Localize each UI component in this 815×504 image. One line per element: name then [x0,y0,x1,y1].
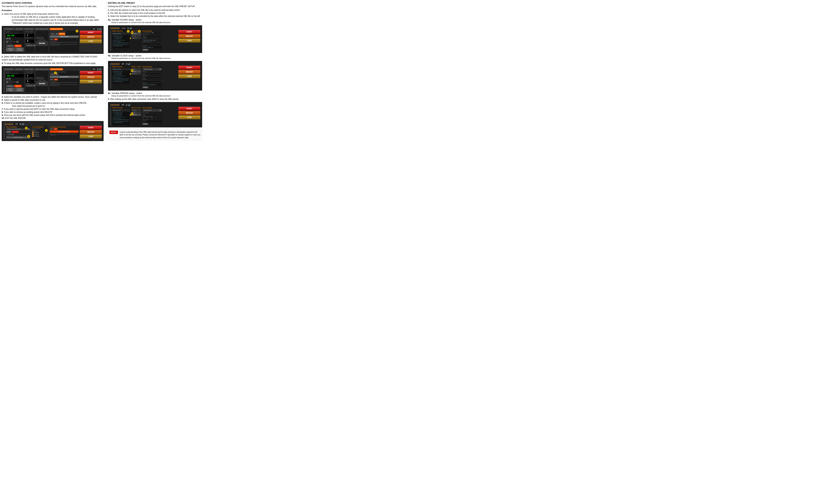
long-btn-c[interactable]: LONG [178,115,200,119]
reset-time-btn-1[interactable]: RESET TIME [6,47,15,52]
count-plus-2[interactable]: + [16,81,19,83]
off-btn-2[interactable]: OFF [54,79,58,80]
long-btn-2[interactable]: LONG [80,80,102,83]
tab-timing-options-2[interactable]: TIMING OPTIONS [50,68,63,70]
filename-input-c[interactable] [112,109,130,111]
period-checkbox[interactable] [32,135,34,137]
save-btn-c[interactable]: SAVE [142,123,148,125]
create-new-btn[interactable]: CREATE NEW [6,136,30,139]
icon-settings-2[interactable]: ⚙ [97,68,99,70]
score-dropdown-1[interactable]: standard [26,44,36,47]
separator-field-a[interactable] [142,43,162,45]
medium-btn-2[interactable]: MEDIUM [80,75,102,79]
medium-btn-c[interactable]: MEDIUM [178,111,200,115]
apply-btn-2[interactable]: APPLY [14,85,21,87]
tab-new-timer-score[interactable]: NEW TIMER/SCORE [35,28,49,30]
show-btn-2[interactable]: SHOW [36,81,48,86]
all-checkbox[interactable] [32,130,34,131]
reset-time-btn-2[interactable]: RESET TIME [6,88,15,92]
tab-timing-options[interactable]: TIMING OPTIONS [50,28,63,30]
filename-input-a[interactable] [112,33,130,35]
short-btn-3[interactable]: SHORT [80,126,102,130]
tab-new-crawl-2[interactable]: NEW CRAWL [24,68,34,70]
short-btn-a[interactable]: SHORT [178,30,200,34]
xml-editor-btn-2[interactable]: XML EDITOR [50,76,78,78]
off-btn-3[interactable]: OFF [54,128,58,130]
icon-volume-3[interactable]: 🔊 [22,123,24,125]
reset-score-btn-2[interactable]: RESET SCORE [15,88,24,92]
short-btn-b[interactable]: SHORT [178,66,200,70]
score-select-c[interactable]: SCORE [131,109,141,111]
icon-volume[interactable]: 🔊 [99,28,102,30]
icon-volume-a[interactable]: 🔊 [129,27,132,29]
data-field-1-c[interactable] [142,117,147,119]
tab-new-timer-score-2[interactable]: NEW TIMER/SCORE [35,68,49,70]
tab-cg-project[interactable]: CG PROJECT [4,28,14,30]
on-btn-2[interactable]: ON [50,79,53,80]
data-field-3-c[interactable] [152,117,156,119]
long-btn-b[interactable]: LONG [178,74,200,78]
icon-settings-b[interactable]: ⚙ [126,63,127,65]
score-dropdown-2[interactable]: standard [26,84,36,87]
medium-btn-3[interactable]: MEDIUM [80,130,102,134]
cancel-btn-1[interactable]: CANCEL [6,45,14,47]
on-btn-3[interactable]: ON [50,128,53,130]
icon-settings-3[interactable]: ⚙ [20,123,21,125]
medium-btn-a[interactable]: MEDIUM [178,34,200,38]
period-select-b[interactable]: PERIOD [131,73,141,75]
xml-source-dropdown[interactable]: XML [50,33,58,35]
icon-settings-c[interactable]: ⚙ [126,104,127,106]
minutes-field-b[interactable] [142,73,162,75]
save-btn-a[interactable]: SAVE [142,49,148,51]
local-football-input[interactable] [6,133,30,136]
long-btn-a[interactable]: LONG [178,39,200,43]
medium-btn-b[interactable]: MEDIUM [178,70,200,74]
clock-checkbox[interactable] [32,133,34,135]
long-btn-1[interactable]: LONG [80,39,102,43]
clock-minus[interactable]: − [6,38,8,39]
seconds-field-b[interactable] [142,77,162,79]
format-field-a[interactable] [142,39,162,41]
icon-settings[interactable]: ⚙ [97,28,99,30]
count-minus[interactable]: − [6,41,8,43]
short-btn-2[interactable]: SHORT [80,71,102,75]
clock-plus[interactable]: + [9,38,11,39]
exit-xml-editor-btn[interactable]: EXIT XML EDITOR [50,130,78,133]
input-field-c[interactable] [142,114,162,116]
long-btn-3[interactable]: LONG [80,135,102,138]
score-checkbox[interactable] [32,132,34,133]
apply-btn-1[interactable]: APPLY [14,45,21,47]
count-plus[interactable]: + [16,41,19,43]
score-select-a[interactable]: SCORE 4a [131,32,141,35]
show-btn-1[interactable]: SHOW [36,41,48,46]
save-btn-b[interactable]: SAVE [142,86,148,88]
clock-plus-2[interactable]: + [9,78,11,80]
fixed-amount-dropdown[interactable]: fixed amount [142,109,162,112]
clock-select-b[interactable]: CLOCK 4b [131,70,141,73]
short-btn-1[interactable]: SHORT [80,31,102,35]
icon-volume-b[interactable]: 🔊 [128,63,131,65]
different-fields-dropdown[interactable]: different fields [142,68,162,71]
off-btn-1[interactable]: OFF [54,38,58,40]
period-input-b[interactable] [142,81,162,82]
tab-new-text[interactable]: NEW TEXT [15,28,24,30]
count-minus-2[interactable]: − [6,81,8,83]
icon-volume-c[interactable]: 🔊 [128,104,131,106]
medium-btn-1[interactable]: MEDIUM [80,35,102,39]
icon-settings-a[interactable]: ⚙ [127,27,129,29]
icon-volume-2[interactable]: 🔊 [99,68,102,70]
edit-btn[interactable]: EDIT [6,131,11,133]
on-btn-1[interactable]: ON [50,38,53,40]
tab-new-text-2[interactable]: NEW TEXT [15,68,24,70]
reset-score-btn-1[interactable]: RESET SCORE [15,47,24,52]
clock-minus-2[interactable]: − [6,78,8,80]
tab-cg-project-2[interactable]: CG PROJECT [4,68,14,70]
delete-btn[interactable]: DELETE [12,131,19,133]
input-field-a[interactable] [142,35,162,37]
merge-dropdown-a[interactable] [152,32,153,33]
clock-select-a[interactable]: CLOCK [131,35,141,37]
filename-input-b[interactable] [112,68,130,70]
xml-editor-btn-1[interactable]: XML EDITOR [50,36,78,38]
short-btn-c[interactable]: SHORT [178,107,200,111]
tab-new-crawl[interactable]: NEW CRAWL [24,28,34,30]
